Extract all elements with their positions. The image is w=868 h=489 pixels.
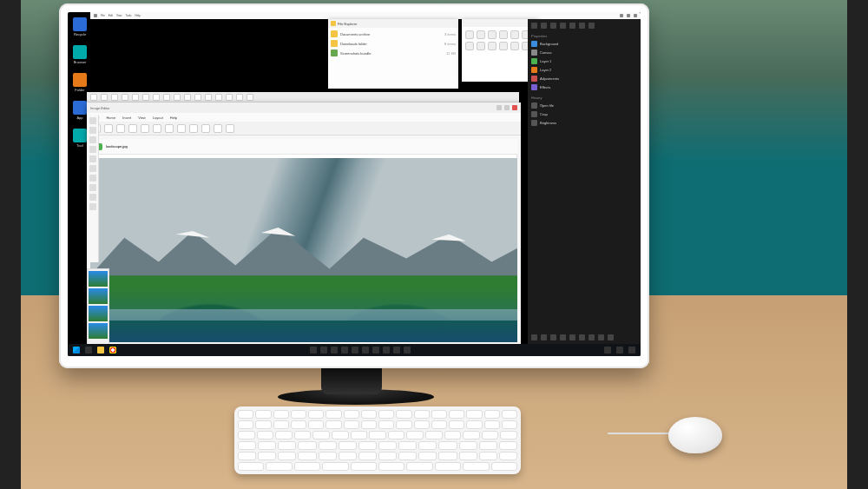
landscape-photo[interactable]: [90, 158, 517, 342]
taskbar[interactable]: [68, 344, 641, 356]
menu-edit[interactable]: Edit: [108, 14, 113, 17]
tool-swatch-1[interactable]: [477, 30, 485, 39]
taskbar-browser-icon[interactable]: [109, 347, 116, 354]
ribbon-tool-5[interactable]: [153, 124, 161, 133]
desktop-icon-3[interactable]: [73, 101, 87, 115]
taskbar-app-5[interactable]: [362, 347, 369, 354]
taskbar-app-6[interactable]: [372, 347, 379, 354]
property-row-2[interactable]: Layer 1: [531, 58, 637, 64]
editor-menu-layout[interactable]: Layout: [153, 116, 163, 120]
panel-footer-icon-4[interactable]: [569, 334, 575, 340]
panel-tab-icon-4[interactable]: [569, 23, 575, 29]
toolbar-button-3[interactable]: [122, 94, 128, 101]
taskbar-app-1[interactable]: [320, 347, 327, 354]
side-tool-7[interactable]: [89, 184, 96, 191]
panel-footer-icon-2[interactable]: [550, 334, 556, 340]
history-row-2[interactable]: Brightness: [531, 120, 637, 126]
toolbar-button-12[interactable]: [215, 94, 222, 101]
tool-swatch-0[interactable]: [465, 30, 474, 39]
volume-icon[interactable]: [616, 347, 623, 354]
editor-menu-insert[interactable]: Insert: [122, 116, 131, 120]
property-row-0[interactable]: Background: [531, 41, 637, 47]
panel-tab-icon-0[interactable]: [531, 23, 537, 29]
taskbar-app-8[interactable]: [393, 347, 400, 354]
ribbon-tool-6[interactable]: [165, 124, 174, 133]
menu-file[interactable]: File: [101, 14, 105, 17]
editor-menu-view[interactable]: View: [138, 116, 146, 120]
search-icon[interactable]: [85, 347, 92, 354]
taskbar-app-0[interactable]: [310, 347, 317, 354]
tool-swatch-6[interactable]: [465, 42, 474, 50]
desktop-icon-1[interactable]: [73, 45, 87, 59]
history-row-1[interactable]: Crop: [531, 111, 637, 117]
side-tool-3[interactable]: [89, 146, 96, 153]
toolbar-button-4[interactable]: [132, 94, 139, 101]
document-tab-label[interactable]: landscape.jpg: [106, 144, 128, 149]
ribbon-tool-9[interactable]: [201, 124, 210, 133]
menu-tools[interactable]: Tools: [125, 14, 131, 17]
toolbar-button-15[interactable]: [247, 94, 253, 101]
tool-swatch-4[interactable]: [510, 30, 519, 39]
toolbar-button-0[interactable]: [90, 94, 97, 101]
property-row-4[interactable]: Adjustments: [531, 76, 637, 82]
panel-footer-icon-5[interactable]: [579, 334, 585, 340]
ribbon-tool-8[interactable]: [189, 124, 198, 133]
tool-panel-window[interactable]: [462, 19, 538, 82]
panel-footer-icon-1[interactable]: [541, 334, 547, 340]
file-explorer-window[interactable]: File Explorer Documents archive3 itemsDo…: [328, 19, 458, 89]
toolbar-button-11[interactable]: [205, 94, 212, 101]
tool-swatch-10[interactable]: [510, 42, 519, 50]
tool-swatch-2[interactable]: [488, 30, 496, 39]
toolbar-button-7[interactable]: [163, 94, 170, 101]
ribbon-tool-4[interactable]: [141, 124, 149, 133]
ribbon-tool-10[interactable]: [214, 124, 222, 133]
toolbar-button-10[interactable]: [194, 94, 201, 101]
thumbnail-2[interactable]: [89, 288, 108, 304]
editor-canvas-area[interactable]: landscape.jpg: [90, 139, 517, 342]
property-row-1[interactable]: Canvas: [531, 50, 637, 56]
side-tool-8[interactable]: [89, 194, 96, 201]
side-tool-6[interactable]: [89, 175, 96, 182]
toolbar-button-1[interactable]: [101, 94, 108, 101]
side-tool-5[interactable]: [89, 165, 96, 172]
thumbnail-panel[interactable]: [87, 268, 109, 345]
thumbnail-1[interactable]: [89, 271, 108, 287]
desktop-icon-2[interactable]: [73, 73, 87, 87]
side-tool-2[interactable]: [89, 136, 96, 143]
desktop-icon-0[interactable]: [73, 17, 87, 31]
tool-swatch-7[interactable]: [477, 42, 485, 50]
ribbon-tool-3[interactable]: [128, 124, 137, 133]
close-icon[interactable]: [634, 14, 637, 17]
tool-swatch-8[interactable]: [488, 42, 496, 50]
network-icon[interactable]: [604, 347, 611, 354]
panel-tab-icon-6[interactable]: [589, 23, 595, 29]
clock-icon[interactable]: [628, 347, 635, 354]
side-tool-9[interactable]: [89, 203, 96, 210]
panel-tab-icon-3[interactable]: [560, 23, 566, 29]
file-row-2[interactable]: Screenshots bundle12 KB: [331, 50, 456, 56]
toolbar-button-6[interactable]: [153, 94, 160, 101]
start-button[interactable]: [73, 347, 80, 354]
file-row-1[interactable]: Downloads folder8 items: [331, 40, 456, 47]
editor-menu-help[interactable]: Help: [170, 116, 177, 120]
desktop-icon-4[interactable]: [73, 129, 87, 142]
taskbar-folder-icon[interactable]: [97, 347, 104, 354]
panel-footer-icon-7[interactable]: [598, 334, 604, 340]
file-row-0[interactable]: Documents archive3 items: [331, 30, 456, 37]
toolbar-button-9[interactable]: [184, 94, 191, 101]
side-tool-4[interactable]: [89, 155, 96, 162]
taskbar-app-2[interactable]: [331, 347, 338, 354]
panel-footer-icon-6[interactable]: [589, 334, 595, 340]
toolbar-button-8[interactable]: [174, 94, 181, 101]
panel-footer-icon-0[interactable]: [531, 334, 537, 340]
toolbar-button-2[interactable]: [111, 94, 118, 101]
menu-help[interactable]: Help: [135, 14, 140, 17]
thumbnail-4[interactable]: [89, 323, 108, 339]
tool-swatch-9[interactable]: [499, 42, 508, 50]
history-row-0[interactable]: Open file: [531, 102, 637, 109]
panel-tab-icon-5[interactable]: [579, 23, 585, 29]
thumbnail-3[interactable]: [89, 306, 108, 321]
ribbon-tool-7[interactable]: [177, 124, 186, 133]
properties-panel[interactable]: Properties BackgroundCanvasLayer 1Layer …: [528, 19, 641, 344]
toolbar-button-13[interactable]: [226, 94, 233, 101]
